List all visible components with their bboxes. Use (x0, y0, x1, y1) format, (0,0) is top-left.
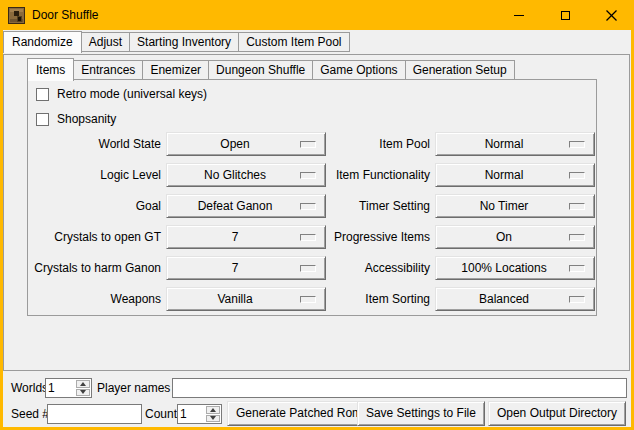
player-names-label: Player names (97, 378, 170, 398)
tab-randomize[interactable]: Randomize (3, 31, 82, 53)
generate-patched-rom-button[interactable]: Generate Patched Rom (227, 401, 371, 426)
spin-up-button[interactable] (76, 380, 90, 388)
dropdown-value: No Glitches (204, 168, 288, 182)
weapons-dropdown[interactable]: Vanilla (166, 287, 326, 311)
item-sorting-label: Item Sorting (328, 287, 430, 311)
count-label: Count (145, 404, 177, 424)
dropdown-value: 100% Locations (461, 261, 568, 275)
accessibility-label: Accessibility (328, 256, 430, 280)
crystals-gt-label: Crystals to open GT (33, 225, 161, 249)
dropdown-indicator-icon (300, 141, 316, 148)
minimize-button[interactable] (496, 0, 542, 30)
down-arrow-icon (80, 390, 86, 394)
worlds-spinbox[interactable] (45, 378, 92, 398)
dropdown-indicator-icon (300, 234, 316, 241)
world-state-label: World State (33, 132, 161, 156)
goal-dropdown[interactable]: Defeat Ganon (166, 194, 326, 218)
crystals-gt-dropdown[interactable]: 7 (166, 225, 326, 249)
worlds-label: Worlds (11, 378, 48, 398)
tab-starting-inventory[interactable]: Starting Inventory (129, 32, 239, 52)
app-window: Door Shuffle Randomize Adjust Starting I… (0, 0, 634, 430)
item-pool-label: Item Pool (328, 132, 430, 156)
dropdown-indicator-icon (569, 172, 585, 179)
count-input[interactable] (178, 405, 205, 423)
items-tab-panel: Retro mode (universal keys) Shopsanity W… (27, 79, 597, 316)
maximize-icon (561, 11, 570, 20)
window-title: Door Shuffle (32, 8, 99, 22)
dropdown-indicator-icon (300, 296, 316, 303)
window-controls (496, 0, 634, 30)
save-settings-button[interactable]: Save Settings to File (357, 401, 485, 426)
secondary-tabbar: Items Entrances Enemizer Dungeon Shuffle… (27, 57, 514, 80)
shopsanity-label: Shopsanity (57, 112, 116, 126)
tab-custom-item-pool[interactable]: Custom Item Pool (238, 32, 349, 52)
client-area: Randomize Adjust Starting Inventory Cust… (3, 30, 631, 427)
logic-level-label: Logic Level (33, 163, 161, 187)
accessibility-dropdown[interactable]: 100% Locations (435, 256, 595, 280)
item-functionality-label: Item Functionality (328, 163, 430, 187)
dropdown-indicator-icon (569, 141, 585, 148)
up-arrow-icon (210, 408, 216, 412)
spin-down-button[interactable] (206, 415, 220, 423)
dropdown-value: Defeat Ganon (198, 199, 295, 213)
titlebar[interactable]: Door Shuffle (0, 0, 634, 30)
dropdown-value: 7 (232, 261, 261, 275)
dropdown-value: Open (220, 137, 271, 151)
dropdown-indicator-icon (300, 172, 316, 179)
seed-label: Seed # (11, 404, 49, 424)
dropdown-indicator-icon (569, 203, 585, 210)
item-sorting-dropdown[interactable]: Balanced (435, 287, 595, 311)
dropdown-indicator-icon (569, 234, 585, 241)
logic-level-dropdown[interactable]: No Glitches (166, 163, 326, 187)
goal-label: Goal (33, 194, 161, 218)
dropdown-value: 7 (232, 230, 261, 244)
minimize-icon (514, 15, 524, 16)
shopsanity-checkbox[interactable]: Shopsanity (36, 111, 116, 127)
dropdown-value: No Timer (480, 199, 551, 213)
tab-game-options[interactable]: Game Options (312, 60, 405, 80)
spin-up-button[interactable] (206, 406, 220, 414)
tab-generation-setup[interactable]: Generation Setup (405, 60, 515, 80)
progressive-items-label: Progressive Items (328, 225, 430, 249)
progressive-items-dropdown[interactable]: On (435, 225, 595, 249)
dropdown-indicator-icon (569, 265, 585, 272)
dropdown-indicator-icon (300, 203, 316, 210)
seed-input[interactable] (47, 404, 142, 424)
app-icon (8, 7, 25, 24)
player-names-input[interactable] (172, 378, 627, 398)
up-arrow-icon (80, 382, 86, 386)
count-spinbox[interactable] (177, 404, 222, 424)
tab-dungeon-shuffle[interactable]: Dungeon Shuffle (208, 60, 313, 80)
maximize-button[interactable] (542, 0, 588, 30)
dropdown-value: On (496, 230, 534, 244)
dropdown-indicator-icon (569, 296, 585, 303)
tab-enemizer[interactable]: Enemizer (142, 60, 209, 80)
checkbox-icon[interactable] (36, 113, 49, 126)
checkbox-icon[interactable] (36, 88, 49, 101)
tab-adjust[interactable]: Adjust (81, 32, 130, 52)
world-state-dropdown[interactable]: Open (166, 132, 326, 156)
spinner-buttons (205, 405, 221, 423)
dropdown-value: Normal (485, 168, 546, 182)
retro-mode-checkbox[interactable]: Retro mode (universal keys) (36, 86, 207, 102)
worlds-input[interactable] (46, 379, 75, 397)
output-buttons: Save Settings to File Open Output Direct… (357, 401, 626, 426)
close-button[interactable] (588, 0, 634, 30)
spin-down-button[interactable] (76, 389, 90, 397)
item-pool-dropdown[interactable]: Normal (435, 132, 595, 156)
timer-setting-dropdown[interactable]: No Timer (435, 194, 595, 218)
dropdown-value: Balanced (479, 292, 551, 306)
timer-setting-label: Timer Setting (328, 194, 430, 218)
open-output-directory-button[interactable]: Open Output Directory (488, 401, 626, 426)
dropdown-value: Normal (485, 137, 546, 151)
close-icon (606, 10, 617, 21)
item-functionality-dropdown[interactable]: Normal (435, 163, 595, 187)
crystals-ganon-label: Crystals to harm Ganon (33, 256, 161, 280)
dropdown-indicator-icon (300, 265, 316, 272)
primary-tabbar: Randomize Adjust Starting Inventory Cust… (3, 30, 349, 52)
tab-items[interactable]: Items (27, 58, 74, 81)
retro-mode-label: Retro mode (universal keys) (57, 87, 207, 101)
crystals-ganon-dropdown[interactable]: 7 (166, 256, 326, 280)
tab-entrances[interactable]: Entrances (73, 60, 143, 80)
down-arrow-icon (210, 416, 216, 420)
